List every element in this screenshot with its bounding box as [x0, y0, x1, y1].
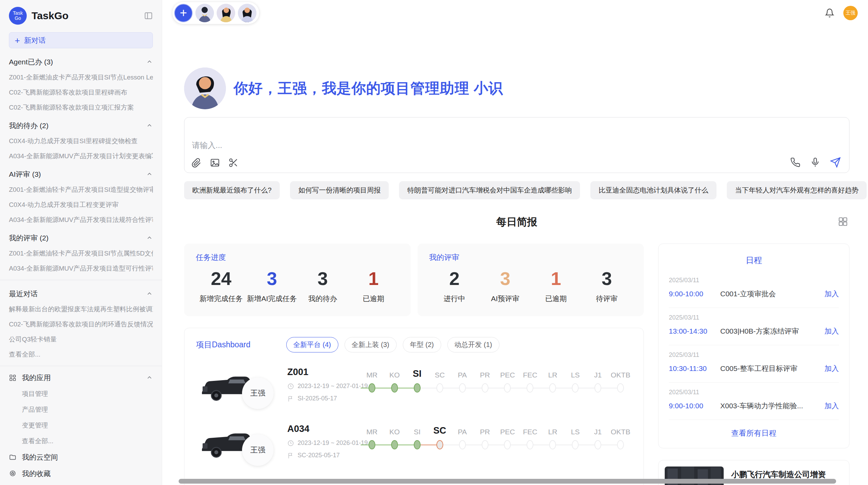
- list-item[interactable]: C0X4-动力总成开发项目工程变更评审: [9, 200, 153, 209]
- milestone-oktb: OKTB: [609, 424, 632, 450]
- add-session-button[interactable]: +: [174, 4, 193, 22]
- chevron-up-icon[interactable]: [146, 235, 153, 241]
- view-all-schedule-link[interactable]: 查看所有日程: [669, 420, 839, 445]
- sidebar-item-project-mgmt[interactable]: 项目管理: [22, 389, 153, 398]
- new-chat-button[interactable]: + 新对话: [9, 32, 153, 48]
- suggestion-chip[interactable]: 如何写一份清晰的项目周报: [290, 181, 389, 199]
- avatar[interactable]: [195, 4, 214, 22]
- chevron-up-icon[interactable]: [146, 171, 153, 178]
- tab-year-model[interactable]: 年型 (2): [403, 337, 441, 352]
- view-all-chats[interactable]: 查看全部...: [9, 350, 153, 359]
- user-avatar[interactable]: 王强: [843, 6, 858, 20]
- milestone-ko: KO: [383, 367, 406, 393]
- tab-powertrain[interactable]: 动总开发 (1): [447, 337, 499, 352]
- sidebar-item-favorites[interactable]: 我的收藏: [9, 469, 153, 478]
- suggestion-chip[interactable]: 欧洲新规最近颁布了什么?: [184, 181, 280, 199]
- section-ai-review[interactable]: AI评审 (3): [9, 170, 153, 179]
- notification-bell-icon[interactable]: [825, 8, 834, 18]
- join-link[interactable]: 加入: [824, 401, 839, 411]
- tab-new-platform[interactable]: 全新平台 (4): [286, 337, 338, 352]
- list-item[interactable]: C0X4-动力总成开发项目SI里程碑提交物检查: [9, 137, 153, 146]
- stat-label: 我的待办: [297, 294, 348, 303]
- schedule-time: 9:00-10:00: [669, 290, 720, 298]
- chevron-up-icon[interactable]: [146, 122, 153, 129]
- stat-pending-review[interactable]: 3 待评审: [581, 266, 632, 303]
- daily-brief-title: 每日简报: [496, 216, 538, 227]
- scissors-icon[interactable]: [228, 158, 239, 168]
- list-item[interactable]: 公司Q3轻卡销量: [9, 335, 153, 344]
- schedule-item[interactable]: 2025/03/11 9:00-10:00 C001-立项审批会 加入: [669, 271, 839, 308]
- milestone-si: SI: [406, 367, 429, 393]
- suggestion-chip[interactable]: 当下年轻人对汽车外观有怎样的喜好趋势: [727, 181, 867, 199]
- view-all-apps[interactable]: 查看全部...: [22, 437, 153, 446]
- project-row-a034[interactable]: 王强 A034 2023-12-19 ~ 2026-01-19 SC-2025-…: [196, 423, 632, 466]
- sidebar-collapse-icon[interactable]: [144, 11, 153, 20]
- sidebar-item-cloud-space[interactable]: 我的云空间: [9, 452, 153, 462]
- section-my-review[interactable]: 我的评审 (2): [9, 233, 153, 243]
- section-my-todo[interactable]: 我的待办 (2): [9, 121, 153, 130]
- sidebar-item-change-mgmt[interactable]: 变更管理: [22, 421, 153, 430]
- list-item[interactable]: A034-全新新能源MUV产品开发项目计划变更表编写: [9, 152, 153, 161]
- chat-input-placeholder[interactable]: 请输入...: [192, 140, 222, 151]
- stat-review-overdue[interactable]: 1 已逾期: [531, 266, 581, 303]
- horizontal-scrollbar[interactable]: [179, 479, 836, 484]
- list-item[interactable]: Z001-全新燃油轻卡产品开发项目SI造型提交物评审: [9, 185, 153, 194]
- schedule-item[interactable]: 2025/03/11 9:00-10:00 X003-车辆动力学性能验... 加…: [669, 383, 839, 420]
- stat-new-done[interactable]: 24 新增完成任务: [196, 266, 246, 303]
- image-upload-icon[interactable]: [210, 158, 220, 168]
- stat-overdue[interactable]: 1 已逾期: [348, 266, 399, 303]
- milestone-ls: LS: [564, 367, 587, 393]
- layout-grid-icon[interactable]: [838, 216, 848, 227]
- milestone-oktb: OKTB: [609, 367, 632, 393]
- join-link[interactable]: 加入: [824, 326, 839, 336]
- divider: [0, 366, 162, 366]
- avatar[interactable]: [238, 4, 256, 22]
- stat-my-todo[interactable]: 3 我的待办: [297, 266, 348, 303]
- microphone-icon[interactable]: [810, 157, 820, 167]
- chat-composer[interactable]: 请输入...: [184, 117, 849, 173]
- schedule-event-title: C005-整车工程目标评审: [720, 364, 824, 373]
- join-link[interactable]: 加入: [824, 289, 839, 299]
- tab-new-body[interactable]: 全新上装 (3): [345, 337, 397, 352]
- schedule-item[interactable]: 2025/03/11 10:30-11:30 C005-整车工程目标评审 加入: [669, 345, 839, 383]
- stat-label: 已逾期: [531, 294, 581, 303]
- list-item[interactable]: A034-全新新能源MUV产品开发项目造型可行性评审: [9, 264, 153, 273]
- chevron-up-icon[interactable]: [146, 59, 153, 65]
- stat-value: 2: [429, 266, 480, 291]
- project-dates: 2023-12-19 ~ 2027-01-19: [298, 383, 368, 390]
- list-item[interactable]: A034-全新新能源MUV产品开发项目法规符合性评审: [9, 215, 153, 224]
- suggestion-chip[interactable]: 特朗普可能对进口汽车增税会对中国车企造成哪些影响: [399, 181, 580, 199]
- content: 你好，王强，我是你的项目管理助理 小识 请输入... 欧洲新规最近颁布了什么? …: [162, 26, 868, 485]
- list-item[interactable]: Z001-全新燃油皮卡产品开发项目SI节点Lesson Learn报告: [9, 73, 153, 82]
- section-title: 我的评审 (2): [9, 233, 49, 243]
- left-column: 任务进度 24 新增完成任务 3 新增AI完成任务 3: [184, 244, 644, 485]
- section-recent-chats[interactable]: 最近对话: [9, 289, 153, 299]
- phone-call-icon[interactable]: [790, 157, 800, 167]
- milestone-j1: J1: [587, 424, 609, 450]
- list-item[interactable]: 解释最新出台的欧盟报废车法规再生塑料比例被调至15%...: [9, 305, 153, 314]
- schedule-item[interactable]: 2025/03/11 13:00-14:30 C003|H0B-方案冻结评审 加…: [669, 308, 839, 345]
- composer-right-icons: [790, 157, 841, 168]
- list-item[interactable]: C02-飞腾新能源轻客改款项目立项汇报方案: [9, 103, 153, 112]
- stat-ai-prereview[interactable]: 3 AI预评审: [480, 266, 531, 303]
- milestone-pr: PR: [474, 367, 496, 393]
- section-agent-done[interactable]: Agent已办 (3): [9, 57, 153, 67]
- join-link[interactable]: 加入: [824, 364, 839, 373]
- project-row-z001[interactable]: 王强 Z001 2023-12-19 ~ 2027-01-19 SI-2025-…: [196, 366, 632, 409]
- list-item[interactable]: C02-飞腾新能源轻客改款项目的闭环通告反馈情况: [9, 320, 153, 329]
- suggestion-chip[interactable]: 比亚迪全固态电池计划具体说了什么: [590, 181, 716, 199]
- stat-new-ai-done[interactable]: 3 新增AI完成任务: [246, 266, 297, 303]
- sidebar-item-my-apps[interactable]: 我的应用: [9, 373, 153, 383]
- attachment-icon[interactable]: [191, 158, 202, 168]
- milestone-fec: FEC: [519, 367, 541, 393]
- logo-text-bottom: Go: [15, 16, 21, 21]
- list-item[interactable]: Z001-全新燃油轻卡产品开发项目SI节点属性5D文件评审: [9, 249, 153, 258]
- list-item[interactable]: C02-飞腾新能源轻客改款项目里程碑画布: [9, 88, 153, 97]
- chevron-up-icon[interactable]: [146, 290, 153, 297]
- new-chat-label: 新对话: [24, 36, 46, 45]
- send-icon[interactable]: [830, 157, 841, 168]
- avatar[interactable]: [217, 4, 235, 22]
- stat-in-progress[interactable]: 2 进行中: [429, 266, 480, 303]
- chevron-up-icon[interactable]: [146, 374, 153, 381]
- sidebar-item-product-mgmt[interactable]: 产品管理: [22, 405, 153, 414]
